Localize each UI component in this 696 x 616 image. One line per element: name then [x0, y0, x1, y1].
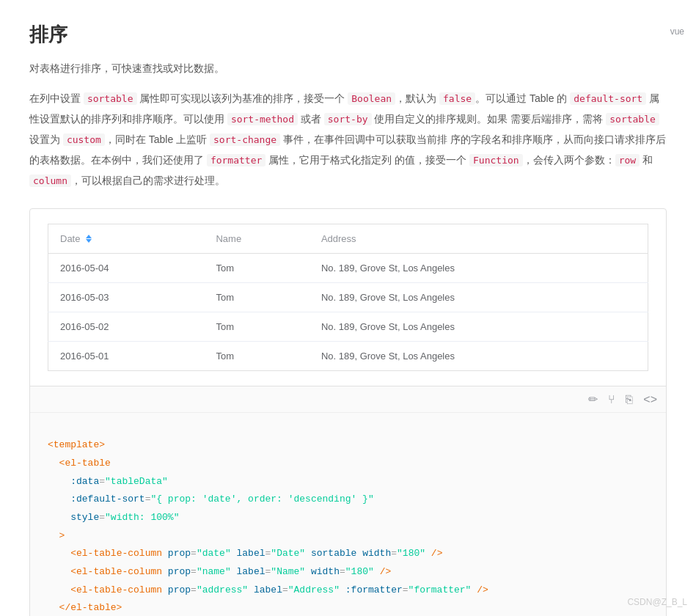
fork-icon[interactable]: ⑂ — [608, 393, 615, 406]
table-row: 2016-05-03TomNo. 189, Grove St, Los Ange… — [48, 283, 648, 312]
cell-date: 2016-05-02 — [48, 312, 205, 342]
cell-date: 2016-05-04 — [48, 254, 205, 283]
col-header-address: Address — [309, 224, 648, 254]
code-toolbar: ✏ ⑂ ⎘ <> vue — [30, 386, 666, 413]
cell-address: No. 189, Grove St, Los Angeles — [309, 254, 648, 283]
cell-name: Tom — [204, 254, 309, 283]
code-icon[interactable]: <> — [643, 393, 657, 406]
pencil-icon[interactable]: ✏ — [588, 392, 598, 406]
demo-block: Date Name Address 2016-05-04TomNo. 189, … — [29, 208, 667, 616]
vue-label: vue — [670, 26, 684, 37]
watermark: CSDN@Z_B_L — [627, 597, 687, 607]
cell-name: Tom — [204, 342, 309, 371]
table-row: 2016-05-02TomNo. 189, Grove St, Los Ange… — [48, 312, 648, 342]
table-row: 2016-05-04TomNo. 189, Grove St, Los Ange… — [48, 254, 648, 283]
long-description: 在列中设置 sortable 属性即可实现以该列为基准的排序，接受一个 Bool… — [29, 88, 667, 191]
sort-down-icon — [86, 239, 92, 243]
cell-address: No. 189, Grove St, Los Angeles — [309, 283, 648, 312]
cell-date: 2016-05-01 — [48, 342, 205, 371]
cell-name: Tom — [204, 312, 309, 342]
page-title: 排序 — [29, 22, 667, 48]
short-description: 对表格进行排序，可快速查找或对比数据。 — [29, 59, 667, 78]
code-section: <template> <el-table :data="tableData" :… — [30, 413, 666, 616]
data-table: Date Name Address 2016-05-04TomNo. 189, … — [48, 224, 648, 371]
sort-icon[interactable] — [86, 235, 92, 243]
col-header-date[interactable]: Date — [48, 224, 205, 254]
cell-address: No. 189, Grove St, Los Angeles — [309, 312, 648, 342]
col-header-name: Name — [204, 224, 309, 254]
copy-icon[interactable]: ⎘ — [626, 393, 633, 406]
sort-up-icon — [86, 235, 92, 238]
cell-name: Tom — [204, 283, 309, 312]
code-block: <template> <el-table :data="tableData" :… — [48, 425, 648, 616]
cell-date: 2016-05-03 — [48, 283, 205, 312]
cell-address: No. 189, Grove St, Los Angeles — [309, 342, 648, 371]
table-row: 2016-05-01TomNo. 189, Grove St, Los Ange… — [48, 342, 648, 371]
table-section: Date Name Address 2016-05-04TomNo. 189, … — [30, 209, 666, 386]
